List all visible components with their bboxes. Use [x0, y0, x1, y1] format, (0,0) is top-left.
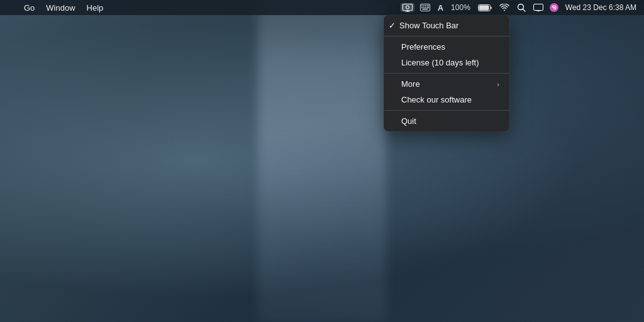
- window-menu[interactable]: Window: [41, 2, 80, 14]
- license-label: License (10 days left): [401, 58, 479, 67]
- svg-rect-15: [491, 6, 492, 9]
- preferences-item[interactable]: Preferences: [384, 39, 509, 55]
- show-touch-bar-item[interactable]: ✓ Show Touch Bar: [384, 18, 509, 33]
- quit-item[interactable]: Quit: [384, 113, 509, 129]
- separator-2: [384, 73, 509, 74]
- dropdown-menu: ✓ Show Touch Bar Preferences License (10…: [384, 15, 509, 131]
- battery-percent: 100%: [449, 3, 472, 12]
- svg-rect-12: [427, 7, 429, 8]
- datetime: Wed 23 Dec 6:38 AM: [563, 3, 639, 12]
- more-item[interactable]: More ›: [384, 76, 509, 92]
- svg-rect-19: [533, 4, 543, 10]
- submenu-chevron-icon: ›: [497, 80, 499, 88]
- search-icon[interactable]: [515, 3, 528, 12]
- go-menu[interactable]: Go: [19, 2, 40, 14]
- display-icon[interactable]: [531, 4, 545, 12]
- svg-line-18: [523, 9, 525, 12]
- help-menu[interactable]: Help: [82, 2, 109, 14]
- svg-rect-8: [427, 6, 429, 7]
- camera-icon[interactable]: [401, 3, 414, 12]
- separator-1: [384, 36, 509, 36]
- battery-icon: [476, 4, 494, 11]
- keyboard-icon[interactable]: [418, 4, 432, 11]
- svg-rect-10: [423, 7, 425, 8]
- svg-rect-3: [405, 11, 410, 12]
- check-software-label: Check our software: [401, 95, 472, 104]
- svg-point-1: [406, 6, 409, 9]
- check-mark: ✓: [389, 21, 396, 30]
- svg-rect-2: [406, 11, 409, 11]
- siri-icon[interactable]: [549, 3, 559, 13]
- svg-rect-9: [421, 7, 423, 8]
- svg-point-23: [553, 7, 555, 9]
- menubar-right: A 100%: [401, 3, 644, 13]
- desktop-background: [0, 0, 644, 322]
- separator-3: [384, 110, 509, 111]
- wifi-icon[interactable]: [497, 4, 511, 11]
- svg-rect-0: [402, 4, 412, 11]
- menubar: Go Window Help: [0, 0, 644, 15]
- menubar-left: Go Window Help: [0, 2, 108, 14]
- svg-rect-5: [421, 6, 423, 7]
- svg-rect-6: [423, 6, 425, 7]
- show-touch-bar-label: Show Touch Bar: [399, 21, 458, 30]
- preferences-label: Preferences: [401, 42, 445, 52]
- more-label: More: [401, 79, 420, 89]
- check-software-item[interactable]: Check our software: [384, 92, 509, 108]
- license-item[interactable]: License (10 days left): [384, 55, 509, 70]
- svg-rect-13: [422, 9, 428, 10]
- svg-rect-11: [425, 7, 426, 8]
- font-icon[interactable]: A: [436, 3, 445, 13]
- quit-label: Quit: [401, 116, 416, 126]
- svg-rect-16: [479, 5, 489, 10]
- svg-rect-7: [425, 6, 426, 7]
